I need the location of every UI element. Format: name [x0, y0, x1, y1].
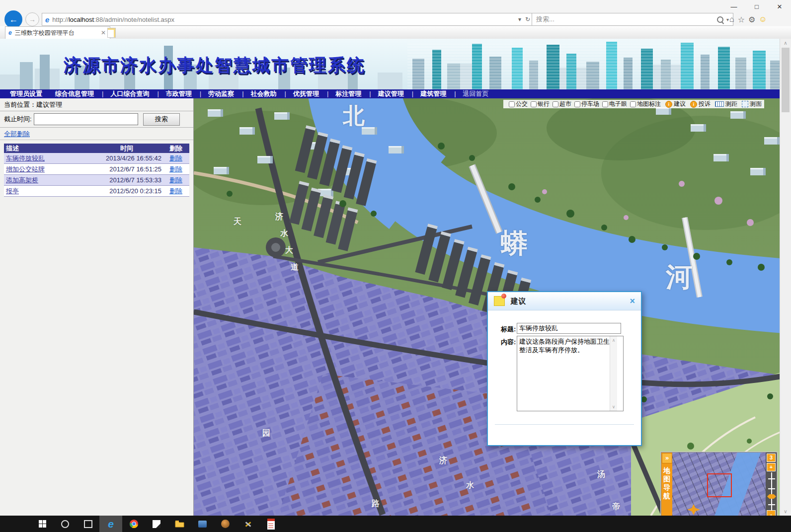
taskbar-tools-button[interactable]	[237, 516, 259, 532]
map-viewport[interactable]: 济 水 大 道 天 园 路 汤 帝 北 街 济 水 北 蟒 河 公交 银行 超市…	[194, 98, 780, 516]
minimap-expand-icon[interactable]: »	[662, 453, 672, 463]
bank-checkbox[interactable]	[531, 101, 537, 107]
zoom-tick	[768, 478, 775, 479]
layer-checkbox-bus[interactable]: 公交	[509, 100, 528, 108]
scrollbar-up-icon[interactable]: ∧	[780, 39, 791, 47]
search-ring-icon	[61, 520, 69, 528]
task-view-button[interactable]	[77, 516, 99, 532]
supermarket-checkbox[interactable]	[553, 101, 558, 107]
favorites-star-icon[interactable]: ☆	[738, 15, 745, 24]
main-navigation: 管理员设置 综合信息管理 人口综合查询 市政管理 劳动监察 社会救助 优抚管理 …	[0, 89, 780, 98]
maximize-button[interactable]: □	[745, 0, 768, 13]
nav-item-social-aid[interactable]: 社会救助	[238, 89, 280, 98]
tab-close-icon[interactable]: ✕	[100, 29, 107, 36]
layer-checkbox-annotation[interactable]: 地图标注	[630, 100, 661, 108]
textarea-scrollbar[interactable]: ∧ ∨	[610, 336, 617, 411]
delete-link[interactable]: 删除	[169, 187, 182, 195]
annotation-checkbox[interactable]	[630, 101, 636, 107]
deadline-label: 截止时间:	[4, 115, 32, 124]
deadline-search-row: 截止时间: 搜索	[0, 111, 193, 128]
minimap-viewport-rect[interactable]	[707, 473, 732, 497]
panel-search-button[interactable]: 搜索	[143, 113, 180, 126]
back-button[interactable]: ←	[4, 10, 22, 28]
close-button[interactable]: ✕	[768, 0, 791, 13]
refresh-icon[interactable]: ↻	[525, 16, 530, 23]
home-icon[interactable]: ⌂	[729, 15, 734, 24]
ie-page-icon: e	[45, 15, 49, 24]
page-scrollbar[interactable]: ∧ ∨	[780, 39, 791, 516]
taskbar-ie-button[interactable]: e	[99, 516, 122, 532]
delete-all-link[interactable]: 全部删除	[4, 130, 30, 138]
header-delete: 删除	[164, 144, 187, 153]
nav-item-annotation[interactable]: 标注管理	[323, 89, 365, 98]
content-field-label: 内容:	[501, 338, 516, 347]
nav-item-info[interactable]: 综合信息管理	[51, 89, 98, 98]
delete-link[interactable]: 删除	[169, 154, 182, 162]
search-box[interactable]: 搜索... ▾	[532, 13, 733, 26]
bus-checkbox[interactable]	[509, 101, 515, 107]
address-bar[interactable]: e http://localhost:88/admin/note/notelis…	[42, 13, 534, 26]
zoom-slider-thumb[interactable]	[767, 494, 776, 499]
browser-action-icons: ⌂ ☆ ⚙ ☺	[729, 13, 767, 26]
nav-item-population[interactable]: 人口综合查询	[98, 89, 153, 98]
nav-item-admin[interactable]: 管理员设置	[6, 89, 46, 98]
feedback-smiley-icon[interactable]: ☺	[759, 15, 767, 24]
taskbar-explorer-button[interactable]	[168, 516, 191, 532]
cortana-search-button[interactable]	[54, 516, 77, 532]
zoom-level-badge: 3	[767, 454, 776, 462]
suggestion-link[interactable]: 报亭	[6, 187, 19, 195]
settings-gear-icon[interactable]: ⚙	[748, 15, 755, 24]
minimap-image[interactable]	[672, 453, 766, 516]
layer-checkbox-parking[interactable]: 停车场	[574, 100, 599, 108]
nav-item-labor[interactable]: 劳动监察	[196, 89, 238, 98]
dialog-header[interactable]: 建议 ×	[488, 292, 641, 310]
suggestion-link[interactable]: 增加公交站牌	[6, 165, 45, 173]
taskbar-app-blue-button[interactable]	[191, 516, 214, 532]
complaint-tool-button[interactable]: 投诉	[690, 100, 711, 108]
nav-item-building[interactable]: 建筑管理	[408, 89, 450, 98]
delete-link[interactable]: 删除	[169, 165, 182, 173]
forward-button[interactable]: →	[25, 12, 39, 26]
title-field-input[interactable]	[517, 323, 621, 334]
measure-area-button[interactable]: 测面	[742, 100, 762, 108]
scrollbar-thumb[interactable]	[782, 48, 790, 112]
delete-link[interactable]: 删除	[169, 176, 182, 184]
layer-checkbox-bank[interactable]: 银行	[531, 100, 550, 108]
minimap-pan-compass[interactable]	[687, 504, 700, 515]
zoom-in-button[interactable]: +	[767, 463, 776, 471]
nav-item-municipal[interactable]: 市政管理	[153, 89, 195, 98]
start-button[interactable]	[31, 516, 54, 532]
autocomplete-dropdown-icon[interactable]: ▾	[518, 16, 521, 23]
content-field-textarea[interactable]: 建议这条路段商户保持地面卫生整洁及车辆有序停放。	[517, 336, 624, 411]
taskbar-news-button[interactable]	[259, 516, 282, 532]
scroll-up-icon[interactable]: ∧	[610, 337, 617, 343]
search-icon[interactable]	[717, 16, 723, 23]
browser-tab[interactable]: e 三维数字校园管理平台 ✕	[5, 26, 110, 39]
search-dropdown-icon[interactable]: ▾	[726, 17, 729, 22]
nav-item-veterans[interactable]: 优抚管理	[281, 89, 323, 98]
deadline-input[interactable]	[34, 113, 138, 125]
suggestion-link[interactable]: 车辆停放较乱	[6, 154, 45, 162]
area-icon	[742, 101, 748, 107]
nav-item-back-home[interactable]: 退回首页	[450, 89, 492, 98]
nav-item-suggestion[interactable]: 建议管理	[365, 89, 407, 98]
minimize-button[interactable]: —	[722, 0, 745, 13]
new-tab-button[interactable]	[107, 28, 116, 38]
taskbar-chrome-button[interactable]	[122, 516, 145, 532]
zoom-out-button[interactable]: -	[767, 510, 776, 516]
measure-distance-button[interactable]: 测距	[715, 100, 737, 108]
taskbar-notepad-button[interactable]	[145, 516, 168, 532]
camera-checkbox[interactable]	[602, 101, 608, 107]
task-view-icon	[84, 520, 92, 528]
dialog-close-icon[interactable]: ×	[630, 296, 635, 306]
taskbar-app-round-button[interactable]	[214, 516, 237, 532]
suggest-tool-button[interactable]: 建议	[665, 100, 686, 108]
tab-bar: e 三维数字校园管理平台 ✕	[0, 26, 791, 39]
scroll-down-icon[interactable]: ∨	[610, 404, 617, 410]
scrollbar-down-icon[interactable]: ∨	[780, 507, 791, 516]
parking-checkbox[interactable]	[574, 101, 580, 107]
layer-checkbox-camera[interactable]: 电子眼	[602, 100, 627, 108]
layer-checkbox-supermarket[interactable]: 超市	[553, 100, 571, 108]
minimap: » 地图导航 3 + -	[661, 452, 777, 516]
suggestion-link[interactable]: 添加高架桥	[6, 176, 38, 184]
